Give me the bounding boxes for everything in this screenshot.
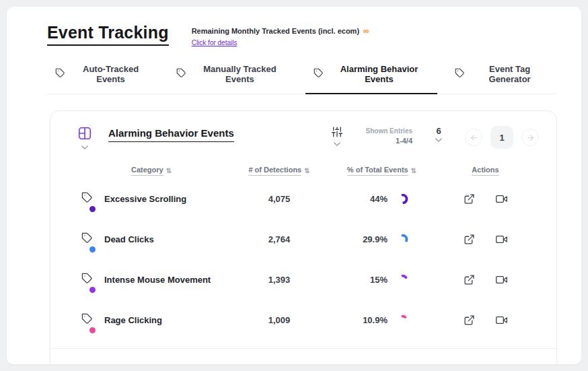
tag-icon xyxy=(81,273,95,286)
percent-value: 29.9% xyxy=(363,234,397,244)
actions-header: Actions xyxy=(431,166,540,176)
open-details-button[interactable] xyxy=(462,232,476,246)
chevron-down-icon xyxy=(334,142,340,146)
open-details-button[interactable] xyxy=(462,313,476,327)
category-color-dot xyxy=(89,206,96,212)
percent-value: 10.9% xyxy=(363,315,397,325)
shown-entries-label: Shown Entries xyxy=(366,127,412,136)
category-name: Intense Mouse Movement xyxy=(104,275,225,285)
table-row: Intense Mouse Movement 1,393 15% xyxy=(50,259,556,300)
video-recordings-button[interactable] xyxy=(494,192,509,206)
detections-value: 4,075 xyxy=(268,194,291,204)
detections-value: 1,393 xyxy=(268,275,291,285)
next-page-button[interactable] xyxy=(521,129,539,146)
card-title: Alarming Behavior Events xyxy=(108,127,234,142)
table-row: Dead Clicks 2,764 29.9% xyxy=(50,219,556,259)
sort-by-category[interactable]: Category ⇅ xyxy=(77,166,225,176)
remaining-events-label: Remaining Monthly Tracked Events (incl. … xyxy=(192,27,359,35)
card-icon-block xyxy=(77,126,92,149)
tag-icon xyxy=(455,68,465,80)
tag-icon xyxy=(81,313,95,327)
click-for-details-link[interactable]: Click for details xyxy=(192,39,237,46)
infinity-icon: ∞ xyxy=(363,26,369,36)
shown-entries-value: 1-4/4 xyxy=(366,136,412,146)
chevron-down-icon xyxy=(435,138,442,142)
page-title: Event Tracking xyxy=(47,23,169,46)
detections-value: 1,009 xyxy=(268,315,291,325)
page-header: Event Tracking Remaining Monthly Tracked… xyxy=(47,23,557,48)
category-name: Dead Clicks xyxy=(104,234,225,244)
app-panel: Event Tracking Remaining Monthly Tracked… xyxy=(7,7,581,364)
tab-auto-tracked-events[interactable]: Auto-Tracked Events xyxy=(47,64,159,94)
tab-event-tag-generator[interactable]: Event Tag Generator xyxy=(447,64,557,94)
chevron-down-icon[interactable] xyxy=(81,145,88,149)
percent-value: 15% xyxy=(370,275,397,285)
filters-button[interactable] xyxy=(331,126,343,146)
sort-icon: ⇅ xyxy=(166,167,172,174)
percent-arc xyxy=(397,274,408,285)
sort-icon: ⇅ xyxy=(304,167,309,174)
tag-icon xyxy=(81,192,95,205)
shown-entries: Shown Entries 1-4/4 xyxy=(366,126,412,146)
category-color-dot xyxy=(89,287,96,293)
category-color-dot xyxy=(89,327,96,333)
tab-alarming-behavior-events[interactable]: Alarming Behavior Events xyxy=(305,64,437,94)
percent-arc xyxy=(397,234,408,245)
detections-value: 2,764 xyxy=(268,234,291,244)
remaining-events-block: Remaining Monthly Tracked Events (incl. … xyxy=(192,23,369,48)
sliders-icon xyxy=(331,126,343,140)
tag-icon xyxy=(81,232,95,246)
video-recordings-button[interactable] xyxy=(494,232,509,246)
tab-manually-tracked-events[interactable]: Manually Tracked Events xyxy=(168,64,296,94)
tag-icon xyxy=(55,68,65,80)
category-name: Excessive Scrolling xyxy=(104,194,225,204)
video-recordings-button[interactable] xyxy=(494,313,509,327)
video-recordings-button[interactable] xyxy=(494,273,509,287)
table-row: Excessive Scrolling 4,075 44% xyxy=(50,178,556,219)
previous-page-button[interactable] xyxy=(465,129,482,146)
current-page-button[interactable]: 1 xyxy=(490,126,513,149)
percent-arc xyxy=(397,193,408,205)
open-details-button[interactable] xyxy=(462,273,476,287)
tag-icon xyxy=(176,68,186,80)
sort-by-percent[interactable]: % of Total Events ⇅ xyxy=(333,166,431,176)
category-color-dot xyxy=(89,246,96,252)
percent-value: 44% xyxy=(370,194,397,204)
table-header: Category ⇅ # of Detections ⇅ % of Total … xyxy=(50,155,556,178)
percent-arc xyxy=(397,314,408,326)
table-row: Rage Clicking 1,009 10.9% xyxy=(50,300,556,340)
page-size-select[interactable]: 6 xyxy=(435,126,442,142)
page-size-value: 6 xyxy=(436,126,441,136)
alarming-events-card: Alarming Behavior Events Shown Entries 1… xyxy=(50,110,557,364)
events-widget-icon xyxy=(77,126,92,143)
sort-by-detections[interactable]: # of Detections ⇅ xyxy=(225,166,333,176)
tab-bar: Auto-Tracked Events Manually Tracked Eve… xyxy=(47,64,557,94)
tag-icon xyxy=(314,68,324,80)
pagination: 1 xyxy=(465,126,539,149)
category-name: Rage Clicking xyxy=(104,315,225,325)
card-footer-divider xyxy=(50,348,556,358)
open-details-button[interactable] xyxy=(462,192,476,206)
sort-icon: ⇅ xyxy=(411,167,416,174)
